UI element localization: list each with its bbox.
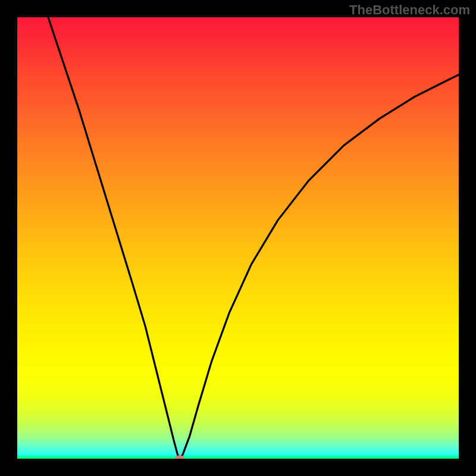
watermark-text: TheBottleneck.com bbox=[349, 2, 470, 18]
bottleneck-curve bbox=[48, 17, 459, 459]
chart-curve-svg bbox=[17, 17, 459, 459]
optimal-point-marker bbox=[175, 455, 184, 459]
chart-plot-area bbox=[17, 17, 459, 459]
